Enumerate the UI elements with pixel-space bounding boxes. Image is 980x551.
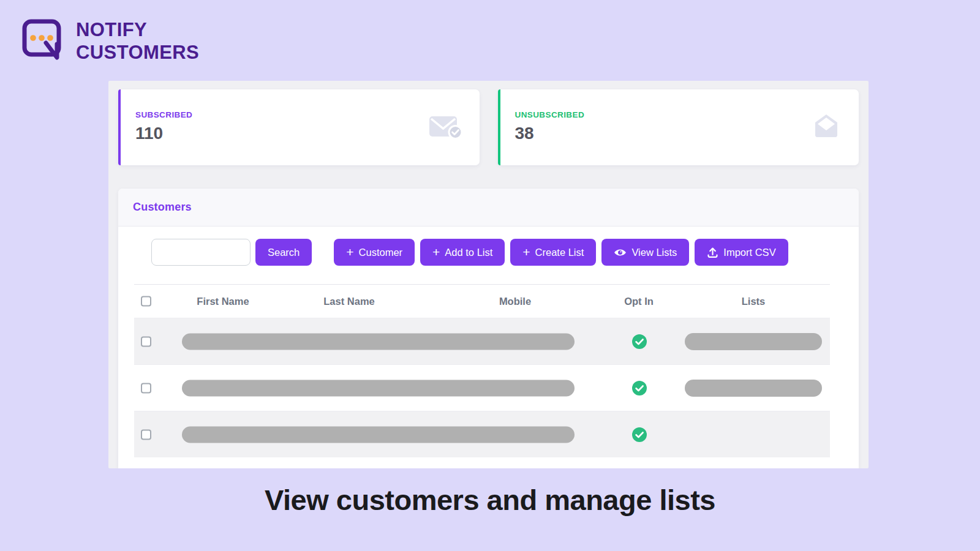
create-list-button[interactable]: + Create List [510,239,596,266]
app-logo: NOTIFY CUSTOMERS [20,16,199,66]
redacted-name-mobile-placeholder [182,333,575,350]
column-header-mobile: Mobile [499,296,531,307]
row-select-checkbox[interactable] [141,383,151,393]
redacted-name-mobile-placeholder [182,380,575,396]
envelope-open-icon [812,112,840,143]
app-screenshot-area: SUBSCRIBED 110 UNSUBSCRIBED 38 [108,81,869,468]
plus-icon: + [522,246,530,258]
logo-title-line1: NOTIFY [76,18,199,41]
opt-in-check-badge [632,334,647,349]
eye-icon [614,248,627,257]
page-caption: View customers and manage lists [0,483,980,517]
opt-in-check-badge [632,381,647,395]
stat-cards-row: SUBSCRIBED 110 UNSUBSCRIBED 38 [118,89,859,165]
upload-icon [707,247,718,258]
logo-title-line2: CUSTOMERS [76,41,199,64]
table-row [134,318,830,364]
envelope-check-icon [429,113,461,141]
search-input[interactable] [151,239,251,266]
toolbar: Search + Customer + Add to List + Create… [151,239,788,266]
unsubscribed-stat-card: UNSUBSCRIBED 38 [498,89,859,165]
subscribed-stat-card: SUBSCRIBED 110 [118,89,480,165]
add-customer-button[interactable]: + Customer [334,239,415,266]
panel-title: Customers [133,201,192,214]
table-header-row: First Name Last Name Mobile Opt In Lists [134,284,830,318]
view-lists-button[interactable]: View Lists [601,239,689,266]
opt-in-check-badge [632,427,647,442]
table-row [134,364,830,411]
plus-icon: + [346,246,353,258]
subscribed-count: 110 [135,124,163,143]
customers-panel: Customers Search + Customer + Add to Lis… [118,189,859,468]
select-all-checkbox[interactable] [141,296,151,307]
table-body [134,318,830,457]
logo-title: NOTIFY CUSTOMERS [76,18,199,64]
column-header-first-name: First Name [197,296,249,307]
column-header-last-name: Last Name [323,296,374,307]
row-select-checkbox[interactable] [141,429,151,440]
add-to-list-button[interactable]: + Add to List [420,239,505,266]
card-accent-bar [498,89,500,165]
unsubscribed-label: UNSUBSCRIBED [515,110,585,119]
row-select-checkbox[interactable] [141,336,151,347]
search-button[interactable]: Search [255,239,312,266]
card-accent-bar [118,89,121,165]
import-csv-button[interactable]: Import CSV [695,239,788,266]
table-row [134,411,830,457]
redacted-name-mobile-placeholder [182,426,575,443]
redacted-lists-placeholder [685,380,822,397]
chat-bubble-icon [20,16,63,66]
customers-table: First Name Last Name Mobile Opt In Lists [134,284,830,468]
redacted-lists-placeholder [685,333,822,350]
column-header-lists: Lists [742,296,766,307]
column-header-opt-in: Opt In [624,296,654,307]
unsubscribed-count: 38 [515,124,534,143]
panel-header: Customers [118,189,859,227]
plus-icon: + [432,246,440,258]
subscribed-label: SUBSCRIBED [135,110,192,119]
action-buttons: + Customer + Add to List + Create List [334,239,788,266]
